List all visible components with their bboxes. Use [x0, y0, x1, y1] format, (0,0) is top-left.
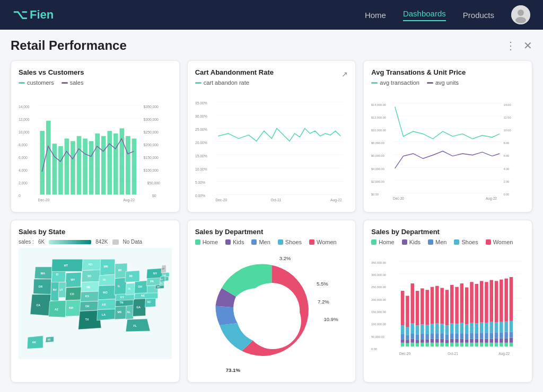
svg-text:Aug-22: Aug-22	[330, 198, 342, 202]
svg-point-2	[515, 17, 526, 23]
svg-text:14.00: 14.00	[504, 103, 511, 106]
svg-text:MN: MN	[103, 265, 108, 268]
svg-rect-302	[495, 338, 498, 342]
svg-text:150,000.00: 150,000.00	[371, 310, 386, 314]
card-title-avg: Avg Transations & Unit Price	[371, 68, 524, 76]
legend-dot-avg-u	[427, 82, 433, 84]
svg-rect-270	[460, 283, 464, 323]
svg-text:0: 0	[19, 194, 21, 198]
svg-text:73.1%: 73.1%	[225, 367, 240, 373]
legend-dot-avg-t	[371, 82, 378, 84]
nav-home[interactable]: Home	[365, 11, 386, 20]
legend-bar-label-home: Home	[379, 239, 394, 245]
svg-rect-273	[465, 334, 469, 339]
svg-point-184	[243, 283, 300, 339]
chart-avg: $0.00 $2,000.00 $4,000.00 $6,000.00 $8,0…	[371, 88, 524, 204]
legend-bar-label-women: Women	[493, 239, 513, 245]
card-title-bar: Sales by Department	[371, 228, 524, 236]
svg-rect-35	[89, 141, 94, 194]
svg-text:4,000: 4,000	[19, 168, 28, 172]
svg-rect-223	[416, 335, 419, 340]
svg-rect-280	[470, 282, 474, 323]
more-icon[interactable]: ⋮	[505, 39, 517, 52]
svg-text:AK: AK	[32, 341, 36, 344]
us-map-container: WA OR CA NV ID MT	[19, 248, 172, 359]
svg-rect-265	[456, 287, 459, 324]
svg-text:100,000.00: 100,000.00	[371, 323, 386, 326]
svg-rect-232	[426, 339, 430, 343]
svg-text:Dec-20: Dec-20	[215, 198, 227, 202]
legend-avg: avg transaction avg units	[371, 79, 524, 86]
legend-bar-label-shoes: Shoes	[461, 239, 478, 245]
svg-rect-31	[65, 139, 69, 195]
legend-avg-transaction: avg transaction	[371, 79, 419, 86]
svg-rect-271	[465, 343, 469, 346]
legend-label-shoes: Shoes	[285, 239, 302, 245]
svg-text:12,000: 12,000	[19, 118, 30, 121]
svg-text:$8,000.00: $8,000.00	[371, 141, 384, 145]
svg-rect-264	[456, 324, 459, 333]
legend-avg-units: avg units	[427, 79, 459, 86]
svg-rect-296	[490, 343, 494, 346]
chart-sales-customers: 0 2,000 4,000 6,000 8,000 10,000 12,000 …	[19, 88, 172, 204]
svg-text:0.00: 0.00	[504, 193, 510, 196]
svg-text:WY: WY	[71, 278, 75, 281]
nav-products[interactable]: Products	[463, 11, 494, 20]
svg-rect-306	[500, 343, 503, 346]
svg-rect-295	[485, 282, 488, 323]
svg-text:20.00%: 20.00%	[195, 141, 207, 145]
legend-dot-kids	[225, 239, 231, 245]
legend-bar-dot-kids	[402, 239, 407, 245]
legend-donut: Home Kids Men Shoes Women	[195, 239, 348, 245]
svg-rect-263	[456, 333, 459, 338]
svg-rect-38	[107, 131, 112, 194]
us-map-svg: WA OR CA NV ID MT	[19, 248, 172, 359]
svg-text:OR: OR	[39, 285, 43, 288]
svg-rect-316	[510, 343, 513, 346]
svg-rect-243	[435, 333, 439, 338]
legend-dot-women	[309, 239, 314, 245]
stacked-bar-chart-svg: 0.00 50,000.00 100,000.00 150,000.00 200…	[371, 247, 524, 364]
svg-rect-249	[441, 324, 444, 333]
nav-dashboards[interactable]: Dashboards	[403, 9, 446, 21]
svg-text:TX: TX	[85, 318, 89, 321]
donut-chart-svg: 73.1% 10.9% 7.2% 5.5% 3.2%	[195, 247, 348, 375]
svg-rect-284	[475, 324, 479, 334]
svg-rect-212	[406, 340, 410, 343]
svg-rect-298	[490, 333, 494, 338]
svg-rect-260	[450, 285, 454, 324]
svg-rect-42	[132, 139, 137, 195]
card-avg-transactions: Avg Transations & Unit Price avg transac…	[363, 60, 532, 212]
svg-text:8,000: 8,000	[19, 143, 28, 147]
svg-text:$0: $0	[152, 194, 156, 198]
expand-icon[interactable]: ↗	[341, 70, 348, 78]
svg-rect-254	[445, 325, 449, 335]
svg-text:2.00: 2.00	[504, 180, 510, 183]
svg-marker-132	[97, 309, 117, 320]
svg-text:$100,000: $100,000	[144, 168, 159, 172]
svg-rect-253	[445, 335, 449, 340]
user-avatar[interactable]	[511, 5, 530, 24]
svg-text:Dec-20: Dec-20	[393, 197, 404, 200]
svg-rect-315	[505, 279, 509, 322]
svg-rect-304	[495, 323, 498, 333]
legend-kids: Kids	[225, 239, 244, 245]
svg-rect-245	[435, 286, 439, 324]
close-icon[interactable]: ✕	[523, 39, 532, 52]
svg-marker-146	[126, 319, 150, 332]
svg-marker-136	[115, 278, 127, 295]
svg-rect-279	[470, 323, 474, 333]
svg-text:KS: KS	[85, 295, 90, 298]
logo-icon: ⌥	[13, 7, 28, 22]
svg-text:DE: DE	[160, 282, 163, 285]
svg-rect-281	[475, 343, 479, 346]
svg-rect-234	[426, 325, 430, 334]
svg-text:250,000.00: 250,000.00	[371, 286, 386, 289]
svg-text:$2,000.00: $2,000.00	[371, 180, 384, 183]
svg-rect-300	[490, 280, 494, 322]
svg-text:$250,000: $250,000	[144, 130, 159, 134]
svg-rect-305	[495, 281, 498, 322]
svg-text:LA: LA	[102, 313, 106, 316]
svg-rect-32	[71, 141, 75, 194]
svg-rect-207	[401, 339, 405, 343]
